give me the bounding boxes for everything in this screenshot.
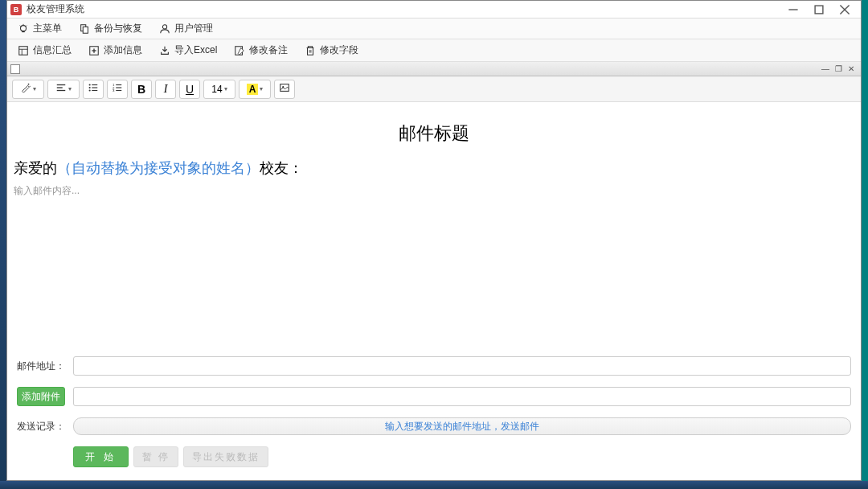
svg-rect-10	[83, 27, 88, 33]
wand-icon	[20, 82, 31, 96]
highlight-icon: A	[247, 84, 259, 95]
address-input[interactable]	[73, 356, 851, 376]
dashboard-icon	[17, 44, 30, 57]
editor-content[interactable]: 邮件标题 亲爱的（自动替换为接受对象的姓名）校友： 输入邮件内容...	[7, 102, 861, 347]
pause-button: 暂 停	[133, 446, 178, 467]
bullet-list-button[interactable]	[83, 80, 104, 99]
tool-edit-field-label: 修改字段	[320, 43, 358, 57]
sub-window-bar: — ❐ ✕	[7, 62, 861, 76]
image-icon	[279, 82, 290, 96]
svg-point-22	[30, 86, 31, 87]
toolbar: 信息汇总 添加信息 导入Excel 修改备注 修改字段	[7, 39, 861, 62]
plus-icon	[88, 44, 100, 57]
font-size-value: 14	[211, 84, 222, 95]
magic-format-button[interactable]: ▾	[12, 80, 44, 99]
insert-image-button[interactable]	[274, 80, 295, 99]
maximize-button[interactable]	[806, 2, 832, 18]
start-button[interactable]: 开 始	[73, 446, 129, 467]
sub-close-button[interactable]: ✕	[845, 64, 858, 75]
tool-summary[interactable]: 信息汇总	[14, 42, 75, 59]
menu-bar: 主菜单 备份与恢复 用户管理	[7, 18, 861, 39]
menu-user-label: 用户管理	[174, 22, 213, 35]
app-icon: B	[10, 4, 22, 15]
italic-button[interactable]: I	[155, 80, 176, 99]
edit-icon	[233, 44, 246, 57]
svg-line-7	[27, 25, 27, 26]
tool-add-label: 添加信息	[104, 43, 142, 57]
address-label: 邮件地址：	[17, 360, 65, 373]
align-icon	[55, 82, 67, 96]
svg-point-27	[89, 87, 91, 88]
highlight-button[interactable]: A ▾	[239, 80, 271, 99]
tool-edit-field[interactable]: 修改字段	[301, 42, 362, 59]
lightbulb-icon	[17, 23, 30, 35]
log-label: 发送记录：	[17, 420, 65, 434]
import-icon	[158, 44, 171, 57]
menu-main[interactable]: 主菜单	[14, 20, 65, 37]
document-icon	[10, 64, 20, 74]
form-area: 邮件地址： 添加附件 发送记录： 输入想要发送的邮件地址，发送邮件 开 始 暂 …	[7, 347, 861, 480]
svg-rect-12	[19, 46, 28, 55]
font-size-button[interactable]: 14 ▾	[203, 80, 235, 99]
svg-text:3: 3	[113, 88, 115, 92]
taskbar	[0, 481, 868, 489]
greeting-suffix: 校友：	[260, 160, 303, 176]
svg-point-21	[28, 84, 30, 85]
number-list-icon: 123	[112, 82, 123, 96]
bold-button[interactable]: B	[131, 80, 152, 99]
sub-minimize-button[interactable]: —	[819, 64, 832, 75]
tool-add[interactable]: 添加信息	[84, 42, 145, 59]
attachment-input[interactable]	[73, 387, 851, 406]
greeting-name-placeholder: （自动替换为接受对象的姓名）	[57, 160, 260, 176]
tool-import[interactable]: 导入Excel	[155, 42, 220, 59]
menu-user[interactable]: 用户管理	[155, 20, 216, 37]
menu-backup-label: 备份与恢复	[94, 22, 142, 35]
svg-rect-38	[280, 84, 289, 92]
svg-point-4	[21, 25, 27, 31]
window-title: 校友管理系统	[27, 2, 780, 16]
svg-point-26	[89, 84, 91, 85]
menu-main-label: 主菜单	[33, 22, 62, 35]
main-window: B 校友管理系统 主菜单 备份与恢复 用户管理	[6, 0, 862, 481]
close-button[interactable]	[832, 2, 858, 18]
tool-edit-note[interactable]: 修改备注	[230, 42, 291, 59]
title-bar: B 校友管理系统	[7, 1, 861, 18]
underline-button[interactable]: U	[179, 80, 200, 99]
progress-text: 输入想要发送的邮件地址，发送邮件	[385, 420, 539, 434]
attach-button[interactable]: 添加附件	[17, 387, 65, 406]
align-button[interactable]: ▾	[47, 80, 80, 99]
svg-line-6	[20, 25, 21, 26]
export-fail-button: 导出失败数据	[183, 446, 268, 467]
menu-backup[interactable]: 备份与恢复	[75, 20, 145, 37]
tool-import-label: 导入Excel	[174, 43, 217, 57]
mail-title[interactable]: 邮件标题	[7, 121, 861, 146]
tool-edit-note-label: 修改备注	[249, 43, 288, 57]
greeting-prefix: 亲爱的	[14, 160, 57, 176]
user-icon	[158, 23, 171, 35]
bullet-list-icon	[88, 82, 99, 96]
tool-summary-label: 信息汇总	[33, 43, 72, 57]
number-list-button[interactable]: 123	[107, 80, 128, 99]
svg-point-11	[162, 24, 166, 28]
svg-point-28	[89, 89, 91, 91]
delete-icon	[304, 44, 317, 57]
mail-greeting[interactable]: 亲爱的（自动替换为接受对象的姓名）校友：	[7, 158, 861, 178]
copy-icon	[78, 23, 91, 35]
svg-rect-1	[815, 6, 823, 14]
progress-bar: 输入想要发送的邮件地址，发送邮件	[73, 417, 851, 435]
editor-toolbar: ▾ ▾ 123 B I U 14 ▾ A ▾	[7, 76, 861, 102]
mail-body-placeholder[interactable]: 输入邮件内容...	[7, 184, 861, 198]
sub-restore-button[interactable]: ❐	[832, 64, 845, 75]
minimize-button[interactable]	[780, 2, 806, 18]
